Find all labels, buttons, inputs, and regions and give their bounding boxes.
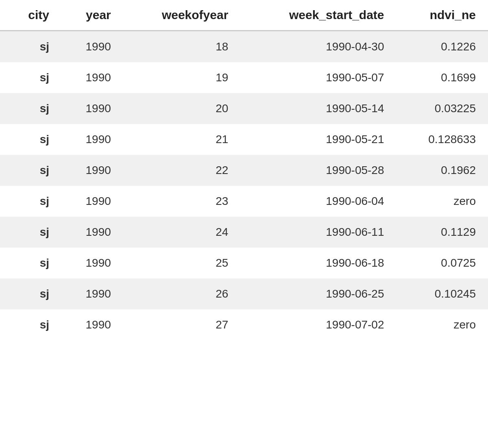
table-row: sj1990231990-06-04zero [0,186,488,217]
col-header-ndvi-ne: ndvi_ne [396,0,488,31]
table-row: sj1990251990-06-180.0725 [0,248,488,278]
cell-week_start_date: 1990-06-11 [240,217,396,248]
cell-city: sj [0,31,61,63]
cell-weekofyear: 19 [123,62,241,93]
cell-year: 1990 [61,93,123,124]
col-header-weekofyear: weekofyear [123,0,241,31]
cell-week_start_date: 1990-05-28 [240,155,396,186]
cell-city: sj [0,309,61,340]
cell-weekofyear: 22 [123,155,241,186]
cell-weekofyear: 24 [123,217,241,248]
cell-year: 1990 [61,62,123,93]
cell-year: 1990 [61,309,123,340]
cell-year: 1990 [61,278,123,309]
cell-weekofyear: 20 [123,93,241,124]
cell-ndvi_ne: 0.03225 [396,93,488,124]
cell-city: sj [0,93,61,124]
cell-city: sj [0,217,61,248]
cell-weekofyear: 21 [123,124,241,155]
cell-city: sj [0,278,61,309]
table-row: sj1990221990-05-280.1962 [0,155,488,186]
cell-ndvi_ne: 0.1226 [396,31,488,63]
col-header-week-start-date: week_start_date [240,0,396,31]
table-row: sj1990261990-06-250.10245 [0,278,488,309]
table-row: sj1990201990-05-140.03225 [0,93,488,124]
cell-weekofyear: 23 [123,186,241,217]
cell-ndvi_ne: 0.128633 [396,124,488,155]
table-row: sj1990211990-05-210.128633 [0,124,488,155]
cell-week_start_date: 1990-06-04 [240,186,396,217]
table-row: sj1990181990-04-300.1226 [0,31,488,63]
cell-week_start_date: 1990-07-02 [240,309,396,340]
cell-city: sj [0,248,61,278]
cell-city: sj [0,62,61,93]
cell-ndvi_ne: 0.10245 [396,278,488,309]
cell-weekofyear: 25 [123,248,241,278]
cell-city: sj [0,124,61,155]
cell-year: 1990 [61,155,123,186]
cell-ndvi_ne: zero [396,309,488,340]
cell-city: sj [0,155,61,186]
cell-year: 1990 [61,186,123,217]
cell-year: 1990 [61,217,123,248]
cell-weekofyear: 27 [123,309,241,340]
cell-week_start_date: 1990-05-14 [240,93,396,124]
cell-ndvi_ne: 0.1699 [396,62,488,93]
table-row: sj1990271990-07-02zero [0,309,488,340]
cell-week_start_date: 1990-06-18 [240,248,396,278]
cell-week_start_date: 1990-05-21 [240,124,396,155]
col-header-year: year [61,0,123,31]
cell-year: 1990 [61,31,123,63]
cell-ndvi_ne: 0.1962 [396,155,488,186]
cell-ndvi_ne: 0.0725 [396,248,488,278]
cell-city: sj [0,186,61,217]
cell-year: 1990 [61,248,123,278]
cell-weekofyear: 26 [123,278,241,309]
table-body: sj1990181990-04-300.1226sj1990191990-05-… [0,31,488,341]
cell-week_start_date: 1990-05-07 [240,62,396,93]
col-header-city: city [0,0,61,31]
table-row: sj1990241990-06-110.1129 [0,217,488,248]
cell-weekofyear: 18 [123,31,241,63]
cell-ndvi_ne: 0.1129 [396,217,488,248]
cell-year: 1990 [61,124,123,155]
cell-week_start_date: 1990-06-25 [240,278,396,309]
header-row: city year weekofyear week_start_date ndv… [0,0,488,31]
data-table: city year weekofyear week_start_date ndv… [0,0,488,340]
data-table-container: city year weekofyear week_start_date ndv… [0,0,488,340]
cell-ndvi_ne: zero [396,186,488,217]
table-header: city year weekofyear week_start_date ndv… [0,0,488,31]
table-row: sj1990191990-05-070.1699 [0,62,488,93]
cell-week_start_date: 1990-04-30 [240,31,396,63]
